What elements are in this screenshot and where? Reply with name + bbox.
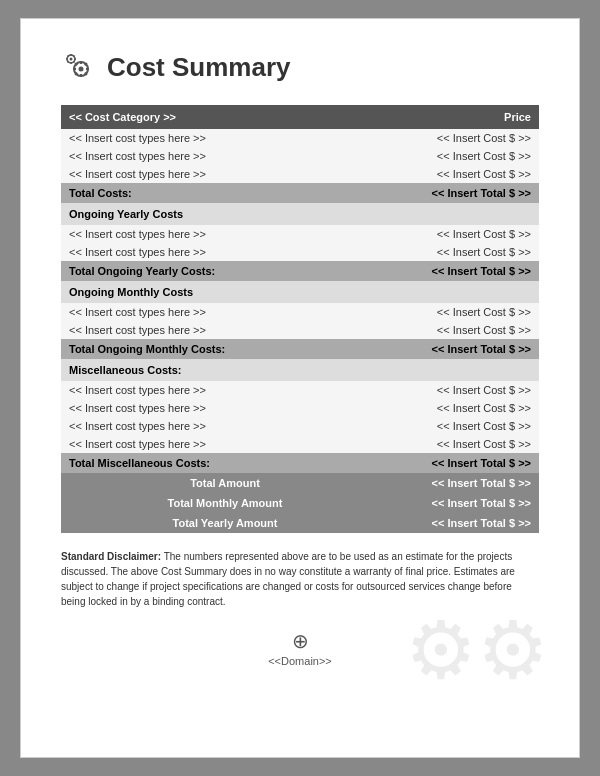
total-label: Total Ongoing Monthly Costs: <box>61 339 389 359</box>
gear-icon <box>61 49 97 85</box>
table-row: << Insert cost types here >><< Insert Co… <box>61 165 539 183</box>
section-header-label: Miscellaneous Costs: <box>61 359 539 381</box>
cost-label: << Insert cost types here >> <box>61 243 389 261</box>
total-price: << Insert Total $ >> <box>389 183 539 203</box>
table-row: << Insert cost types here >><< Insert Co… <box>61 381 539 399</box>
summary-row: Total Yearly Amount<< Insert Total $ >> <box>61 513 539 533</box>
table-row: << Insert cost types here >><< Insert Co… <box>61 417 539 435</box>
summary-row: Total Amount<< Insert Total $ >> <box>61 473 539 493</box>
table-row: << Insert cost types here >><< Insert Co… <box>61 303 539 321</box>
cost-table: << Cost Category >> Price << Insert cost… <box>61 105 539 533</box>
cost-price: << Insert Cost $ >> <box>389 417 539 435</box>
cost-label: << Insert cost types here >> <box>61 417 389 435</box>
section-header-label: Ongoing Yearly Costs <box>61 203 539 225</box>
svg-line-7 <box>73 61 74 62</box>
summary-price: << Insert Total $ >> <box>389 513 539 533</box>
cost-label: << Insert cost types here >> <box>61 321 389 339</box>
page: Cost Summary << Cost Category >> Price <… <box>20 18 580 758</box>
section-header-row: Ongoing Monthly Costs <box>61 281 539 303</box>
total-label: Total Costs: <box>61 183 389 203</box>
summary-label: Total Amount <box>61 473 389 493</box>
footer-icon: ⊕ <box>61 629 539 653</box>
table-row: << Insert cost types here >><< Insert Co… <box>61 435 539 453</box>
cost-price: << Insert Cost $ >> <box>389 165 539 183</box>
section-header-row: Miscellaneous Costs: <box>61 359 539 381</box>
page-title: Cost Summary <box>107 52 291 83</box>
cost-label: << Insert cost types here >> <box>61 435 389 453</box>
svg-point-1 <box>70 58 73 61</box>
total-row: Total Miscellaneous Costs:<< Insert Tota… <box>61 453 539 473</box>
col2-header: Price <box>389 105 539 129</box>
summary-price: << Insert Total $ >> <box>389 493 539 513</box>
table-row: << Insert cost types here >><< Insert Co… <box>61 243 539 261</box>
total-row: Total Ongoing Yearly Costs:<< Insert Tot… <box>61 261 539 281</box>
col1-header: << Cost Category >> <box>61 105 389 129</box>
total-label: Total Miscellaneous Costs: <box>61 453 389 473</box>
svg-point-11 <box>79 67 84 72</box>
section-header-row: Ongoing Yearly Costs <box>61 203 539 225</box>
total-row: Total Costs:<< Insert Total $ >> <box>61 183 539 203</box>
cost-price: << Insert Cost $ >> <box>389 321 539 339</box>
summary-row: Total Monthly Amount<< Insert Total $ >> <box>61 493 539 513</box>
total-row: Total Ongoing Monthly Costs:<< Insert To… <box>61 339 539 359</box>
cost-label: << Insert cost types here >> <box>61 129 389 147</box>
cost-price: << Insert Cost $ >> <box>389 225 539 243</box>
table-row: << Insert cost types here >><< Insert Co… <box>61 321 539 339</box>
cost-label: << Insert cost types here >> <box>61 399 389 417</box>
svg-line-6 <box>68 56 69 57</box>
cost-price: << Insert Cost $ >> <box>389 399 539 417</box>
footer: ⊕ <<Domain>> <box>61 629 539 667</box>
cost-price: << Insert Cost $ >> <box>389 303 539 321</box>
table-row: << Insert cost types here >><< Insert Co… <box>61 399 539 417</box>
footer-domain: <<Domain>> <box>268 655 332 667</box>
summary-label: Total Monthly Amount <box>61 493 389 513</box>
cost-price: << Insert Cost $ >> <box>389 435 539 453</box>
svg-line-8 <box>73 56 74 57</box>
table-row: << Insert cost types here >><< Insert Co… <box>61 225 539 243</box>
section-header-label: Ongoing Monthly Costs <box>61 281 539 303</box>
table-row: << Insert cost types here >><< Insert Co… <box>61 129 539 147</box>
total-label: Total Ongoing Yearly Costs: <box>61 261 389 281</box>
cost-price: << Insert Cost $ >> <box>389 381 539 399</box>
cost-label: << Insert cost types here >> <box>61 165 389 183</box>
total-price: << Insert Total $ >> <box>389 339 539 359</box>
cost-price: << Insert Cost $ >> <box>389 129 539 147</box>
table-row: << Insert cost types here >><< Insert Co… <box>61 147 539 165</box>
disclaimer: Standard Disclaimer: The numbers represe… <box>61 549 539 609</box>
cost-label: << Insert cost types here >> <box>61 381 389 399</box>
cost-label: << Insert cost types here >> <box>61 225 389 243</box>
cost-price: << Insert Cost $ >> <box>389 147 539 165</box>
cost-label: << Insert cost types here >> <box>61 303 389 321</box>
total-price: << Insert Total $ >> <box>389 261 539 281</box>
cost-price: << Insert Cost $ >> <box>389 243 539 261</box>
total-price: << Insert Total $ >> <box>389 453 539 473</box>
disclaimer-label: Standard Disclaimer: <box>61 551 161 562</box>
summary-label: Total Yearly Amount <box>61 513 389 533</box>
cost-label: << Insert cost types here >> <box>61 147 389 165</box>
page-header: Cost Summary <box>61 49 539 85</box>
svg-line-9 <box>68 61 69 62</box>
summary-price: << Insert Total $ >> <box>389 473 539 493</box>
